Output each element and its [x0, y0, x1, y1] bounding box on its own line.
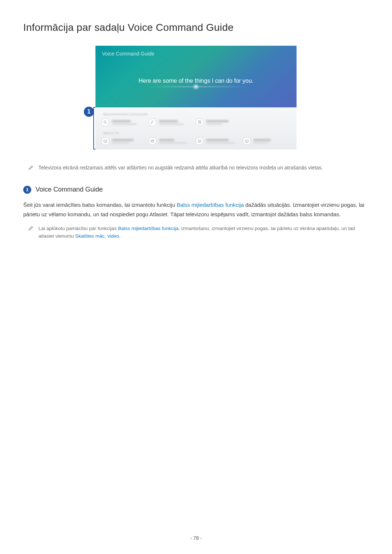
link-text: Balss mijiedarbības funkcija [118, 226, 179, 231]
note-block: Televizora ekrānā redzamais attēls var a… [28, 164, 369, 173]
svg-rect-5 [104, 140, 107, 142]
tv-icon [243, 137, 251, 145]
link-text: Balss mijiedarbības funkcija [177, 202, 244, 208]
link-text: Skatīties māc. video [75, 233, 119, 239]
search-icon [101, 118, 109, 126]
section-title: Voice Command Guide [36, 186, 103, 193]
tv-header-panel: Voice Command Guide Here are some of the… [95, 46, 297, 107]
tv-commands-panel: Recommended Commands [95, 107, 297, 149]
svg-line-1 [106, 123, 107, 124]
calendar-icon [148, 137, 156, 145]
tv-icon [101, 137, 109, 145]
note-block: Lai aplūkotu pamācību par funkcijas Bals… [28, 225, 369, 240]
lens-flare [138, 86, 254, 87]
play-box-icon [196, 137, 204, 145]
command-row [101, 137, 291, 145]
command-tile [148, 137, 192, 145]
command-tile [196, 118, 239, 126]
blurred-section-label: Recommended Commands [103, 112, 291, 116]
section-header: 1 Voice Command Guide [23, 186, 369, 194]
document-icon [196, 118, 204, 126]
command-tile [243, 137, 271, 145]
callout-badge-inline: 1 [23, 186, 31, 194]
svg-rect-10 [245, 140, 248, 142]
music-note-icon [148, 118, 156, 126]
page-number: - 78 - [0, 535, 392, 541]
blurred-section-label: Watch TV [103, 131, 291, 135]
body-paragraph: Šeit jūs varat iemācīties balss komandas… [23, 200, 369, 219]
command-tile [196, 137, 239, 145]
pencil-icon [28, 226, 33, 240]
svg-rect-7 [151, 140, 154, 142]
tv-panel-title: Voice Command Guide [102, 51, 290, 57]
command-tile [148, 118, 192, 126]
pencil-icon [28, 165, 33, 173]
command-tile [101, 137, 145, 145]
command-tile [101, 118, 145, 126]
callout-badge: 1 [84, 107, 94, 117]
note-text: Lai aplūkotu pamācību par funkcijas Bals… [38, 225, 369, 240]
tv-screenshot: 1 Voice Command Guide Here are some of t… [95, 46, 297, 149]
command-row [101, 118, 291, 126]
page-heading: Informācija par sadaļu Voice Command Gui… [23, 22, 369, 33]
note-text: Televizora ekrānā redzamais attēls var a… [38, 164, 323, 173]
svg-point-0 [104, 121, 106, 123]
